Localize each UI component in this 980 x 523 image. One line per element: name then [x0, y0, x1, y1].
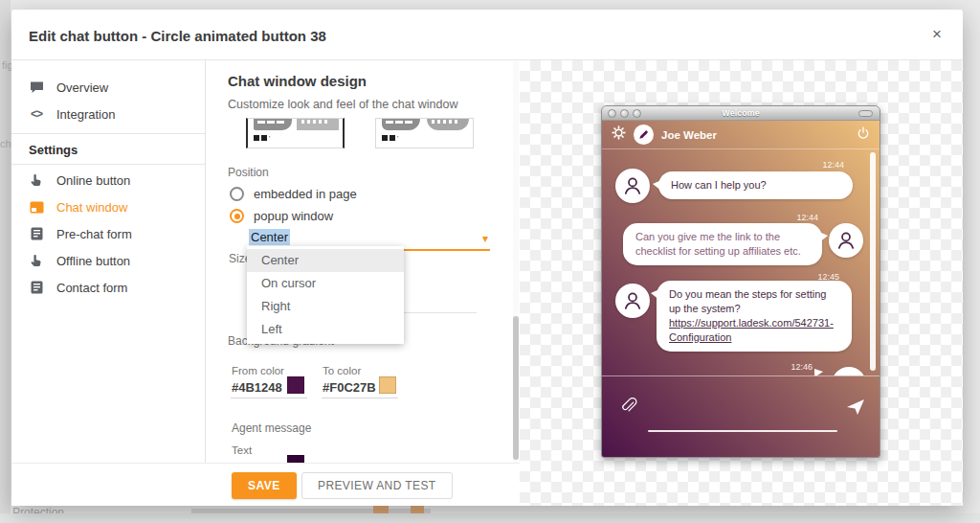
- agent-message-label: Agent message: [232, 421, 311, 435]
- message-timestamp: 12:44: [796, 213, 818, 222]
- background-orange-square: [373, 505, 389, 513]
- chat-header: Joe Weber: [602, 121, 880, 149]
- chat-window-title: Welcome: [602, 108, 880, 118]
- chat-preview-pane: Welcome: [520, 60, 963, 506]
- background-text-fragment: ch: [0, 138, 11, 149]
- visitor-message-bubble: Can you give me the link to the checklis…: [623, 223, 822, 265]
- thumbnail-dots: ': [254, 135, 270, 142]
- modal-footer: SAVE PREVIEW AND TEST: [11, 463, 520, 506]
- agent-message-bubble: Do you mean the steps for setting up the…: [657, 281, 852, 352]
- close-icon[interactable]: ×: [932, 25, 942, 44]
- position-label: Position: [228, 166, 269, 179]
- thumbnail-visitor-banner: [297, 119, 339, 130]
- sidebar-item-label: Chat window: [56, 200, 127, 215]
- message-timestamp: 12:44: [822, 160, 844, 170]
- menu-item-right[interactable]: Right: [247, 295, 404, 318]
- chat-style-thumbnail-2[interactable]: ': [375, 118, 474, 148]
- hand-pointer-icon: [29, 172, 44, 188]
- sidebar-section-settings: Settings: [29, 143, 78, 157]
- from-color-swatch[interactable]: [287, 376, 304, 394]
- radio-label: embedded in page: [254, 187, 357, 201]
- thumbnail-agent-banner: [254, 119, 292, 130]
- chat-window-icon: [29, 199, 44, 215]
- settings-scrollbar-thumb[interactable]: [513, 316, 519, 460]
- sidebar-item-label: Offline button: [56, 254, 130, 268]
- preview-and-test-button[interactable]: PREVIEW AND TEST: [301, 472, 453, 499]
- sidebar-item-online-button[interactable]: Online button: [11, 167, 206, 193]
- sidebar-item-label: Overview: [56, 80, 108, 95]
- chevron-down-icon: ▾: [482, 232, 488, 245]
- agent-message-text: Do you mean the steps for setting up the…: [669, 288, 826, 314]
- hand-pointer-icon: [29, 253, 44, 268]
- visitor-message-avatar: [832, 367, 866, 375]
- message-timestamp: 12:46: [791, 362, 813, 372]
- panel-subheading: Customize look and feel of the chat wind…: [228, 98, 457, 111]
- form-icon: [29, 280, 44, 295]
- from-color-underline: [231, 398, 307, 398]
- radio-popup-window[interactable]: popup window: [230, 209, 333, 223]
- sidebar-divider: [11, 164, 206, 165]
- save-button[interactable]: SAVE: [232, 472, 297, 499]
- radio-embedded-in-page[interactable]: embedded in page: [230, 187, 357, 201]
- partial-bubble-tail: [814, 369, 823, 375]
- to-color-underline: [322, 398, 398, 398]
- position-select-value: Center: [249, 229, 290, 245]
- sidebar-item-chat-window[interactable]: Chat window: [11, 193, 206, 220]
- modal-header: Edit chat button - Circle animated butto…: [11, 10, 963, 60]
- settings-panel: Chat window design Customize look and fe…: [206, 60, 520, 506]
- chat-input-area: [602, 375, 880, 457]
- menu-item-on-cursor[interactable]: On cursor: [247, 272, 404, 295]
- chat-style-thumbnail-1[interactable]: ': [246, 118, 345, 148]
- agent-message-bubble: How can I help you?: [658, 171, 853, 199]
- chat-os-titlebar: Welcome: [602, 106, 880, 121]
- sidebar-item-label: Integration: [56, 107, 115, 122]
- thumbnail-dots: ': [382, 135, 398, 142]
- panel-heading: Chat window design: [228, 73, 367, 89]
- chat-scrollbar[interactable]: [870, 152, 876, 371]
- radio-icon-selected[interactable]: [230, 209, 244, 223]
- sidebar-item-label: Online button: [56, 173, 130, 188]
- send-icon[interactable]: [846, 398, 865, 420]
- agent-avatar: [634, 125, 654, 145]
- sidebar-item-contact-form[interactable]: Contact form: [11, 274, 206, 301]
- menu-item-center[interactable]: Center: [247, 249, 404, 272]
- modal-sidebar: Overview <> Integration Settings Online …: [11, 60, 206, 506]
- agent-name: Joe Weber: [661, 129, 717, 141]
- chat-window-preview: Welcome: [601, 105, 880, 458]
- sidebar-item-overview[interactable]: Overview: [11, 74, 206, 101]
- message-input-underline[interactable]: [648, 430, 837, 432]
- to-color-label: To color: [323, 365, 361, 376]
- edit-chat-button-modal: Edit chat button - Circle animated butto…: [11, 10, 963, 506]
- window-minimize-button[interactable]: [858, 110, 873, 117]
- to-color-value[interactable]: #F0C27B: [323, 380, 376, 395]
- attachment-paperclip-icon[interactable]: [619, 397, 637, 419]
- sidebar-item-label: Contact form: [56, 281, 127, 295]
- sidebar-item-offline-button[interactable]: Offline button: [11, 247, 206, 274]
- code-icon: <>: [29, 106, 44, 122]
- chat-bubble-icon: [29, 80, 44, 95]
- visitor-message-avatar: [829, 223, 863, 258]
- agent-message-avatar: [615, 284, 650, 318]
- settings-scrollbar[interactable]: [513, 60, 519, 463]
- sidebar-item-label: Pre-chat form: [56, 227, 132, 241]
- radio-label: popup window: [254, 209, 333, 223]
- modal-body: Overview <> Integration Settings Online …: [11, 60, 963, 506]
- chat-gradient-body: Joe Weber 12:44 How can I help you? 12:4…: [602, 121, 880, 458]
- gear-icon[interactable]: [612, 125, 626, 144]
- menu-item-left[interactable]: Left: [247, 318, 404, 341]
- from-color-value[interactable]: #4B1248: [232, 380, 282, 395]
- background-bottom-strip: [0, 513, 980, 523]
- message-link[interactable]: https://support.ladesk.com/542731-Config…: [669, 317, 834, 343]
- agent-message-avatar: [615, 169, 650, 203]
- sidebar-item-pre-chat-form[interactable]: Pre-chat form: [11, 220, 206, 247]
- modal-title: Edit chat button - Circle animated butto…: [29, 28, 326, 44]
- thumbnail-visitor-banner: [427, 119, 469, 130]
- radio-icon[interactable]: [230, 187, 244, 201]
- from-color-label: From color: [232, 365, 284, 376]
- sidebar-item-integration[interactable]: <> Integration: [11, 101, 206, 127]
- to-color-swatch[interactable]: [379, 376, 396, 394]
- chat-messages-area: 12:44 How can I help you? 12:44 Can you …: [602, 149, 880, 375]
- position-dropdown-menu: Center On cursor Right Left: [247, 246, 404, 344]
- power-icon[interactable]: [857, 126, 870, 144]
- background-orange-square: [411, 505, 424, 513]
